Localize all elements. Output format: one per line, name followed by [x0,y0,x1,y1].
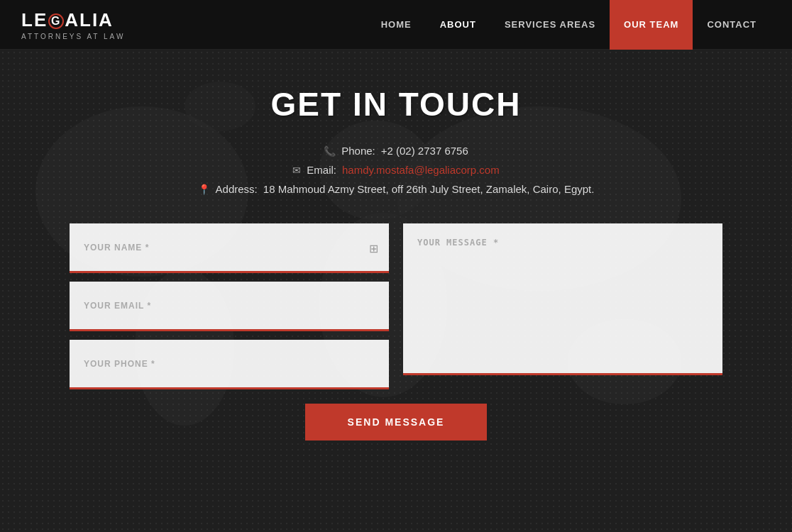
contact-section: GET IN TOUCH 📞 Phone: +2 (02) 2737 6756 … [0,50,792,532]
address-value: 18 Mahmoud Azmy Street, off 26th July St… [263,183,595,195]
phone-icon: 📞 [324,145,336,157]
logo-title: LEGALIA [21,9,125,31]
address-info: 📍 Address: 18 Mahmoud Azmy Street, off 2… [198,183,595,195]
email-label: Email: [307,164,336,176]
message-textarea[interactable] [403,223,722,375]
form-left: ⊞ [70,223,389,389]
logo-g-circle: G [48,13,64,29]
header: LEGALIA ATTORNEYS AT LAW HOME ABOUT SERV… [0,0,792,50]
contact-content: GET IN TOUCH 📞 Phone: +2 (02) 2737 6756 … [0,50,792,440]
contact-form: ⊞ [55,223,737,389]
address-label: Address: [216,183,258,195]
phone-input[interactable] [70,340,389,389]
name-input[interactable] [70,223,389,273]
contact-info: 📞 Phone: +2 (02) 2737 6756 ✉ Email: hamd… [198,145,595,195]
send-button[interactable]: SEND MESSAGE [305,404,488,440]
phone-label: Phone: [341,145,375,157]
nav: HOME ABOUT SERVICES AREAS OUR TEAM CONTA… [367,0,771,50]
nav-contact[interactable]: CONTACT [693,0,771,50]
nav-services[interactable]: SERVICES AREAS [490,0,610,50]
phone-value: +2 (02) 2737 6756 [381,145,468,157]
email-link[interactable]: hamdy.mostafa@legaliacorp.com [342,164,500,176]
email-info: ✉ Email: hamdy.mostafa@legaliacorp.com [292,164,499,176]
logo-subtitle: ATTORNEYS AT LAW [21,33,125,40]
phone-info: 📞 Phone: +2 (02) 2737 6756 [324,145,468,157]
page-title: GET IN TOUCH [271,85,522,123]
name-input-wrapper: ⊞ [70,223,389,273]
address-icon: 📍 [198,184,210,195]
nav-home[interactable]: HOME [367,0,426,50]
nav-ourteam[interactable]: OUR TEAM [610,0,693,50]
form-right [403,223,722,389]
nav-about[interactable]: ABOUT [426,0,490,50]
email-icon: ✉ [292,165,301,176]
logo-area: LEGALIA ATTORNEYS AT LAW [21,9,125,40]
send-btn-row: SEND MESSAGE [305,404,488,440]
email-input[interactable] [70,282,389,331]
